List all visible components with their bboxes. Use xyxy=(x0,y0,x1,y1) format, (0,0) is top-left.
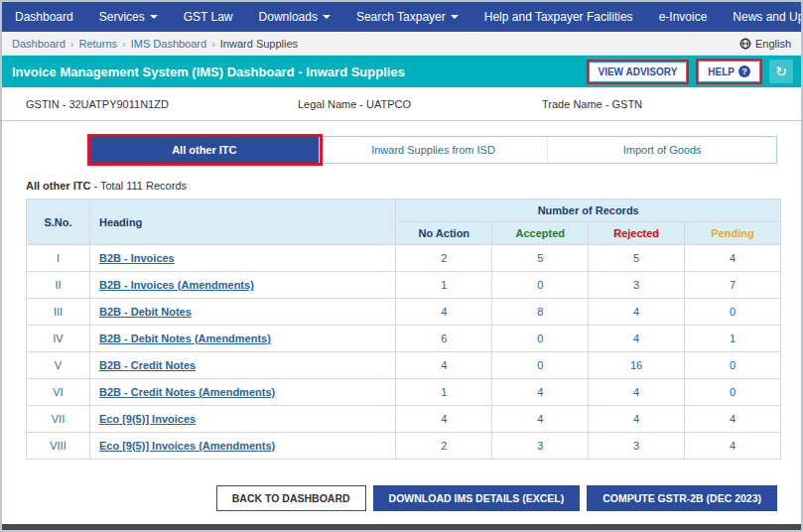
row-heading-link[interactable]: B2B - Credit Notes xyxy=(99,359,196,371)
count-link-accepted[interactable]: 0 xyxy=(537,332,543,344)
nav-item-label: News and Updates xyxy=(733,10,803,24)
row-heading-link[interactable]: B2B - Invoices (Amendments) xyxy=(99,279,254,291)
count-link-pending[interactable]: 1 xyxy=(730,332,736,344)
count-link-accepted[interactable]: 5 xyxy=(537,252,543,264)
row-heading-link[interactable]: B2B - Debit Notes xyxy=(99,306,192,318)
back-to-dashboard-button[interactable]: BACK TO DASHBOARD xyxy=(216,485,366,511)
row-heading-link[interactable]: Eco [9(5)] Invoices (Amendments) xyxy=(99,440,275,452)
nav-item-help-facilities[interactable]: Help and Taxpayer Facilities xyxy=(471,2,646,32)
download-ims-details-button[interactable]: DOWNLOAD IMS DETAILS (EXCEL) xyxy=(373,485,581,511)
records-summary-text: - Total 111 Records xyxy=(90,180,187,192)
tab-import-of-goods[interactable]: Import of Goods xyxy=(548,137,776,163)
count-link-accepted[interactable]: 0 xyxy=(537,279,543,291)
row-count-cell: 3 xyxy=(492,433,589,460)
count-link-pending[interactable]: 0 xyxy=(730,359,736,371)
footer-actions: BACK TO DASHBOARD DOWNLOAD IMS DETAILS (… xyxy=(26,485,777,511)
breadcrumb-returns[interactable]: Returns xyxy=(79,38,118,50)
count-link-rejected[interactable]: 3 xyxy=(633,279,639,291)
count-link-rejected[interactable]: 16 xyxy=(630,359,642,371)
nav-item-downloads[interactable]: Downloads xyxy=(246,2,343,32)
count-link-no-action[interactable]: 1 xyxy=(441,386,447,398)
row-heading-link[interactable]: B2B - Debit Notes (Amendments) xyxy=(99,332,271,344)
row-count-cell: 4 xyxy=(685,245,781,272)
tab-all-other-itc[interactable]: All other ITC xyxy=(90,137,320,163)
nav-item-services[interactable]: Services xyxy=(86,2,171,32)
annotation-box: HELP ? xyxy=(696,59,762,84)
count-link-no-action[interactable]: 2 xyxy=(441,252,447,264)
count-link-pending[interactable]: 4 xyxy=(730,252,736,264)
nav-item-label: Dashboard xyxy=(15,10,73,24)
nav-item-news-updates[interactable]: News and Updates xyxy=(720,2,803,32)
records-summary-title: All other ITC xyxy=(26,180,90,192)
row-count-cell: 4 xyxy=(396,406,492,433)
row-count-cell: 0 xyxy=(685,352,781,379)
count-link-no-action[interactable]: 4 xyxy=(441,413,447,425)
column-header-heading: Heading xyxy=(89,200,395,245)
count-link-pending[interactable]: 0 xyxy=(730,306,736,318)
view-advisory-button[interactable]: VIEW ADVISORY xyxy=(590,63,687,81)
breadcrumb-separator: › xyxy=(211,38,215,50)
breadcrumb-dashboard[interactable]: Dashboard xyxy=(12,38,66,50)
count-link-rejected[interactable]: 4 xyxy=(633,386,639,398)
row-count-cell: 1 xyxy=(685,326,781,352)
count-link-pending[interactable]: 4 xyxy=(730,440,736,452)
row-sno: III xyxy=(27,299,90,326)
row-sno: II xyxy=(27,272,90,299)
row-count-cell: 4 xyxy=(685,406,781,433)
table-row: IIIB2B - Debit Notes4840 xyxy=(27,299,781,326)
language-selector[interactable]: English xyxy=(739,38,791,50)
tab-inward-supplies-isd[interactable]: Inward Supplies from ISD xyxy=(320,137,549,163)
count-link-accepted[interactable]: 0 xyxy=(537,359,543,371)
caret-down-icon xyxy=(451,15,459,19)
column-header-accepted: Accepted xyxy=(492,222,589,245)
count-link-accepted[interactable]: 4 xyxy=(537,413,543,425)
nav-item-dashboard[interactable]: Dashboard xyxy=(2,2,86,32)
window-bottom-edge xyxy=(2,524,801,530)
row-count-cell: 8 xyxy=(492,299,589,326)
count-link-rejected[interactable]: 3 xyxy=(633,440,639,452)
help-button[interactable]: HELP ? xyxy=(699,62,759,81)
count-link-accepted[interactable]: 4 xyxy=(537,386,543,398)
row-count-cell: 4 xyxy=(492,379,589,406)
nav-item-gst-law[interactable]: GST Law xyxy=(171,2,246,32)
count-link-no-action[interactable]: 1 xyxy=(441,279,447,291)
table-row: VIIEco [9(5)] Invoices4444 xyxy=(27,406,781,433)
row-count-cell: 3 xyxy=(589,433,685,460)
count-link-accepted[interactable]: 8 xyxy=(537,306,543,318)
count-link-rejected[interactable]: 4 xyxy=(633,306,639,318)
count-link-accepted[interactable]: 3 xyxy=(537,440,543,452)
count-link-pending[interactable]: 7 xyxy=(730,279,736,291)
count-link-no-action[interactable]: 6 xyxy=(441,332,447,344)
column-group-header: Number of Records xyxy=(396,200,781,222)
nav-item-search-taxpayer[interactable]: Search Taxpayer xyxy=(343,2,471,32)
count-link-no-action[interactable]: 2 xyxy=(441,440,447,452)
refresh-button[interactable]: ↻ xyxy=(769,60,793,83)
nav-item-e-invoice[interactable]: e-Invoice xyxy=(646,2,721,32)
nav-item-label: Downloads xyxy=(259,10,318,24)
row-count-cell: 1 xyxy=(396,379,492,406)
row-count-cell: 0 xyxy=(492,352,589,379)
nav-item-label: e-Invoice xyxy=(659,10,708,24)
count-link-no-action[interactable]: 4 xyxy=(441,359,447,371)
count-link-rejected[interactable]: 4 xyxy=(633,413,639,425)
count-link-rejected[interactable]: 4 xyxy=(633,332,639,344)
count-link-pending[interactable]: 0 xyxy=(730,386,736,398)
row-count-cell: 4 xyxy=(396,352,492,379)
table-row: VB2B - Credit Notes40160 xyxy=(27,352,781,379)
row-heading: B2B - Credit Notes xyxy=(89,352,395,379)
compute-gstr2b-button[interactable]: COMPUTE GSTR-2B (DEC 2023) xyxy=(587,485,777,511)
row-heading-link[interactable]: B2B - Credit Notes (Amendments) xyxy=(99,386,275,398)
row-heading-link[interactable]: B2B - Invoices xyxy=(99,252,175,264)
count-link-no-action[interactable]: 4 xyxy=(441,306,447,318)
row-heading: B2B - Debit Notes xyxy=(89,299,395,326)
count-link-rejected[interactable]: 5 xyxy=(633,252,639,264)
row-count-cell: 2 xyxy=(396,433,492,460)
trade-name-value: Trade Name - GSTN xyxy=(542,98,642,110)
row-count-cell: 4 xyxy=(589,406,685,433)
row-heading-link[interactable]: Eco [9(5)] Invoices xyxy=(99,413,196,425)
count-link-pending[interactable]: 4 xyxy=(730,413,736,425)
row-count-cell: 3 xyxy=(589,272,685,299)
breadcrumb-ims-dashboard[interactable]: IMS Dashboard xyxy=(131,38,206,50)
breadcrumb-current: Inward Supplies xyxy=(220,38,298,50)
column-header-no-action: No Action xyxy=(396,222,492,245)
